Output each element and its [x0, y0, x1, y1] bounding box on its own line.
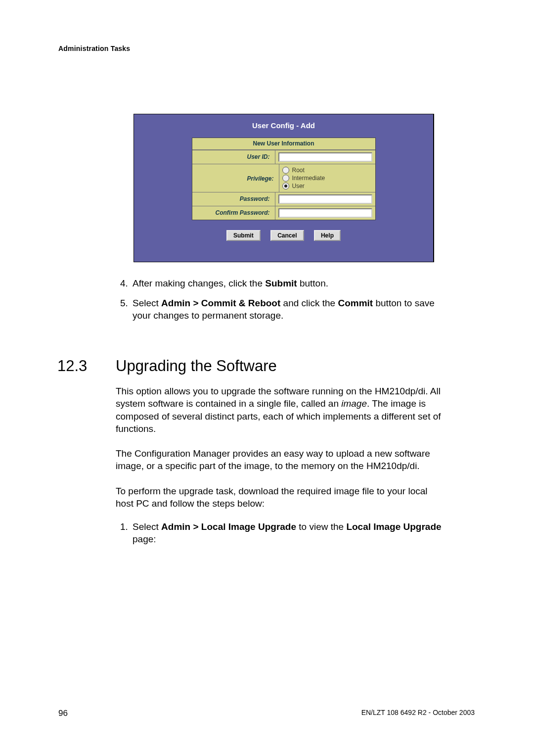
cancel-button[interactable]: Cancel: [270, 230, 304, 241]
text: Select: [133, 521, 161, 532]
text: to view the: [296, 521, 346, 532]
radio-label: User: [292, 183, 305, 189]
radio-icon: [282, 175, 289, 182]
submit-button[interactable]: Submit: [226, 230, 261, 241]
instruction-list-b: Select Admin > Local Image Upgrade to vi…: [116, 520, 445, 553]
section-title: Upgrading the Software: [116, 357, 277, 375]
privilege-radio-intermediate[interactable]: Intermediate: [282, 174, 372, 182]
bold-text: Admin > Commit & Reboot: [161, 298, 280, 308]
text: and click the: [280, 298, 338, 308]
radio-icon: [282, 183, 289, 189]
text: page:: [133, 534, 156, 544]
privilege-radio-user[interactable]: User: [282, 182, 372, 190]
user-config-dialog: User Config - Add New User Information U…: [134, 114, 434, 262]
step-1: Select Admin > Local Image Upgrade to vi…: [131, 520, 445, 546]
confirm-password-label: Confirm Password:: [192, 206, 275, 220]
bold-text: Admin > Local Image Upgrade: [161, 521, 296, 532]
bold-text: Submit: [265, 278, 297, 288]
step-5: Select Admin > Commit & Reboot and click…: [131, 297, 442, 322]
instruction-list-a: After making changes, click the Submit b…: [116, 277, 442, 329]
text: button.: [297, 278, 328, 288]
privilege-radio-root[interactable]: Root: [282, 166, 372, 174]
password-input[interactable]: [278, 194, 372, 204]
paragraph-2: The Configuration Manager provides an ea…: [116, 447, 445, 472]
page-number: 96: [58, 709, 68, 718]
radio-icon: [282, 167, 289, 174]
user-id-input[interactable]: [278, 152, 372, 162]
privilege-label: Privilege:: [192, 164, 279, 192]
password-label: Password:: [192, 192, 275, 206]
text: After making changes, click the: [133, 278, 265, 288]
italic-text: image: [341, 398, 367, 409]
paragraph-1: This option allows you to upgrade the so…: [116, 385, 445, 435]
dialog-title: User Config - Add: [134, 114, 433, 138]
help-button[interactable]: Help: [314, 230, 341, 241]
radio-label: Intermediate: [292, 175, 325, 182]
form-caption: New User Information: [192, 138, 375, 150]
running-header: Administration Tasks: [58, 45, 130, 52]
document-code: EN/LZT 108 6492 R2 - October 2003: [361, 709, 475, 716]
radio-label: Root: [292, 167, 305, 174]
section-number: 12.3: [57, 357, 116, 375]
section-heading: 12.3 Upgrading the Software: [57, 357, 453, 375]
paragraph-3: To perform the upgrade task, download th…: [116, 485, 445, 510]
confirm-password-input[interactable]: [278, 208, 372, 218]
text: Select: [133, 298, 161, 308]
user-id-label: User ID:: [192, 150, 275, 164]
bold-text: Local Image Upgrade: [346, 521, 441, 532]
bold-text: Commit: [338, 298, 373, 308]
step-4: After making changes, click the Submit b…: [131, 277, 442, 290]
new-user-form: New User Information User ID: Privilege:…: [192, 138, 376, 220]
